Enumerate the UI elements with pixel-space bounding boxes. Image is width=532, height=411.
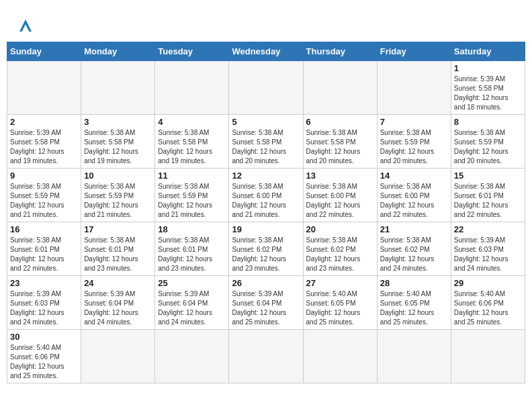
calendar-cell	[7, 61, 81, 115]
calendar-cell: 29Sunrise: 5:40 AMSunset: 6:06 PMDayligh…	[451, 276, 525, 330]
calendar-cell: 23Sunrise: 5:39 AMSunset: 6:03 PMDayligh…	[7, 276, 81, 330]
calendar-body: 1Sunrise: 5:39 AMSunset: 5:58 PMDaylight…	[7, 61, 525, 383]
calendar-cell: 19Sunrise: 5:38 AMSunset: 6:02 PMDayligh…	[229, 222, 303, 276]
day-info: Sunrise: 5:39 AMSunset: 6:04 PMDaylight:…	[232, 289, 300, 327]
calendar-cell	[81, 330, 155, 383]
calendar-cell: 21Sunrise: 5:38 AMSunset: 6:02 PMDayligh…	[377, 222, 451, 276]
day-info: Sunrise: 5:40 AMSunset: 6:06 PMDaylight:…	[10, 343, 78, 381]
day-info: Sunrise: 5:38 AMSunset: 6:01 PMDaylight:…	[158, 236, 226, 273]
calendar-cell: 10Sunrise: 5:38 AMSunset: 5:59 PMDayligh…	[81, 169, 155, 222]
calendar-week-6: 30Sunrise: 5:40 AMSunset: 6:06 PMDayligh…	[7, 330, 525, 383]
day-number: 7	[380, 117, 448, 127]
calendar-cell	[229, 330, 303, 383]
day-number: 6	[306, 117, 374, 127]
day-info: Sunrise: 5:39 AMSunset: 6:04 PMDaylight:…	[158, 289, 226, 327]
header	[7, 7, 525, 42]
calendar-cell: 4Sunrise: 5:38 AMSunset: 5:58 PMDaylight…	[155, 115, 229, 169]
day-number: 14	[380, 171, 448, 181]
calendar-cell: 20Sunrise: 5:38 AMSunset: 6:02 PMDayligh…	[303, 222, 377, 276]
day-number: 15	[454, 171, 522, 181]
day-info: Sunrise: 5:38 AMSunset: 5:59 PMDaylight:…	[380, 128, 448, 166]
calendar-cell: 30Sunrise: 5:40 AMSunset: 6:06 PMDayligh…	[7, 330, 81, 383]
day-info: Sunrise: 5:40 AMSunset: 6:05 PMDaylight:…	[380, 289, 448, 327]
day-info: Sunrise: 5:39 AMSunset: 5:58 PMDaylight:…	[454, 75, 522, 112]
calendar-cell	[155, 61, 229, 115]
calendar-header: SundayMondayTuesdayWednesdayThursdayFrid…	[7, 42, 525, 61]
calendar-cell: 26Sunrise: 5:39 AMSunset: 6:04 PMDayligh…	[229, 276, 303, 330]
calendar-cell	[81, 61, 155, 115]
day-number: 17	[84, 224, 152, 234]
calendar-cell: 11Sunrise: 5:38 AMSunset: 5:59 PMDayligh…	[155, 169, 229, 222]
calendar-cell: 22Sunrise: 5:39 AMSunset: 6:03 PMDayligh…	[451, 222, 525, 276]
weekday-header-friday: Friday	[377, 42, 451, 61]
calendar-cell: 6Sunrise: 5:38 AMSunset: 5:58 PMDaylight…	[303, 115, 377, 169]
weekday-header-wednesday: Wednesday	[229, 42, 303, 61]
calendar-cell: 5Sunrise: 5:38 AMSunset: 5:58 PMDaylight…	[229, 115, 303, 169]
calendar-cell: 8Sunrise: 5:38 AMSunset: 5:59 PMDaylight…	[451, 115, 525, 169]
weekday-header-monday: Monday	[81, 42, 155, 61]
calendar-cell: 3Sunrise: 5:38 AMSunset: 5:58 PMDaylight…	[81, 115, 155, 169]
calendar-cell: 1Sunrise: 5:39 AMSunset: 5:58 PMDaylight…	[451, 61, 525, 115]
day-info: Sunrise: 5:38 AMSunset: 5:59 PMDaylight:…	[84, 182, 152, 220]
weekday-header-sunday: Sunday	[7, 42, 81, 61]
calendar-cell: 16Sunrise: 5:38 AMSunset: 6:01 PMDayligh…	[7, 222, 81, 276]
calendar-cell	[229, 61, 303, 115]
calendar-cell: 15Sunrise: 5:38 AMSunset: 6:01 PMDayligh…	[451, 169, 525, 222]
day-number: 25	[158, 278, 226, 288]
day-number: 3	[84, 117, 152, 127]
weekday-header-saturday: Saturday	[451, 42, 525, 61]
calendar-week-5: 23Sunrise: 5:39 AMSunset: 6:03 PMDayligh…	[7, 276, 525, 330]
calendar-cell: 7Sunrise: 5:38 AMSunset: 5:59 PMDaylight…	[377, 115, 451, 169]
calendar-cell	[377, 330, 451, 383]
day-number: 11	[158, 171, 226, 181]
logo	[13, 13, 40, 38]
day-info: Sunrise: 5:38 AMSunset: 5:59 PMDaylight:…	[454, 128, 522, 166]
calendar-week-1: 1Sunrise: 5:39 AMSunset: 5:58 PMDaylight…	[7, 61, 525, 115]
day-info: Sunrise: 5:38 AMSunset: 6:02 PMDaylight:…	[306, 236, 374, 273]
calendar-cell	[451, 330, 525, 383]
day-info: Sunrise: 5:39 AMSunset: 5:58 PMDaylight:…	[10, 128, 78, 166]
day-info: Sunrise: 5:38 AMSunset: 5:59 PMDaylight:…	[10, 182, 78, 220]
day-info: Sunrise: 5:40 AMSunset: 6:06 PMDaylight:…	[454, 289, 522, 327]
day-info: Sunrise: 5:38 AMSunset: 6:00 PMDaylight:…	[306, 182, 374, 220]
day-info: Sunrise: 5:38 AMSunset: 6:02 PMDaylight:…	[380, 236, 448, 273]
day-number: 30	[10, 332, 78, 342]
day-info: Sunrise: 5:39 AMSunset: 6:03 PMDaylight:…	[454, 236, 522, 273]
day-info: Sunrise: 5:38 AMSunset: 6:02 PMDaylight:…	[232, 236, 300, 273]
day-info: Sunrise: 5:38 AMSunset: 6:00 PMDaylight:…	[232, 182, 300, 220]
calendar-cell	[303, 330, 377, 383]
day-number: 4	[158, 117, 226, 127]
calendar-cell: 12Sunrise: 5:38 AMSunset: 6:00 PMDayligh…	[229, 169, 303, 222]
day-number: 16	[10, 224, 78, 234]
day-number: 10	[84, 171, 152, 181]
day-number: 9	[10, 171, 78, 181]
day-info: Sunrise: 5:39 AMSunset: 6:04 PMDaylight:…	[84, 289, 152, 327]
day-number: 18	[158, 224, 226, 234]
calendar-cell: 17Sunrise: 5:38 AMSunset: 6:01 PMDayligh…	[81, 222, 155, 276]
calendar-cell	[303, 61, 377, 115]
day-info: Sunrise: 5:38 AMSunset: 5:58 PMDaylight:…	[232, 128, 300, 166]
calendar-week-4: 16Sunrise: 5:38 AMSunset: 6:01 PMDayligh…	[7, 222, 525, 276]
weekday-header-tuesday: Tuesday	[155, 42, 229, 61]
day-info: Sunrise: 5:38 AMSunset: 6:01 PMDaylight:…	[454, 182, 522, 220]
day-number: 22	[454, 224, 522, 234]
calendar-cell: 13Sunrise: 5:38 AMSunset: 6:00 PMDayligh…	[303, 169, 377, 222]
calendar-week-3: 9Sunrise: 5:38 AMSunset: 5:59 PMDaylight…	[7, 169, 525, 222]
calendar-cell: 27Sunrise: 5:40 AMSunset: 6:05 PMDayligh…	[303, 276, 377, 330]
day-number: 2	[10, 117, 78, 127]
day-info: Sunrise: 5:38 AMSunset: 5:59 PMDaylight:…	[158, 182, 226, 220]
calendar-week-2: 2Sunrise: 5:39 AMSunset: 5:58 PMDaylight…	[7, 115, 525, 169]
calendar-cell: 14Sunrise: 5:38 AMSunset: 6:00 PMDayligh…	[377, 169, 451, 222]
day-number: 5	[232, 117, 300, 127]
day-info: Sunrise: 5:40 AMSunset: 6:05 PMDaylight:…	[306, 289, 374, 327]
calendar-cell	[155, 330, 229, 383]
calendar-table: SundayMondayTuesdayWednesdayThursdayFrid…	[7, 42, 525, 383]
day-number: 8	[454, 117, 522, 127]
calendar-cell: 2Sunrise: 5:39 AMSunset: 5:58 PMDaylight…	[7, 115, 81, 169]
day-number: 20	[306, 224, 374, 234]
day-number: 26	[232, 278, 300, 288]
day-info: Sunrise: 5:38 AMSunset: 6:01 PMDaylight:…	[84, 236, 152, 273]
day-number: 27	[306, 278, 374, 288]
calendar-cell: 18Sunrise: 5:38 AMSunset: 6:01 PMDayligh…	[155, 222, 229, 276]
day-number: 29	[454, 278, 522, 288]
